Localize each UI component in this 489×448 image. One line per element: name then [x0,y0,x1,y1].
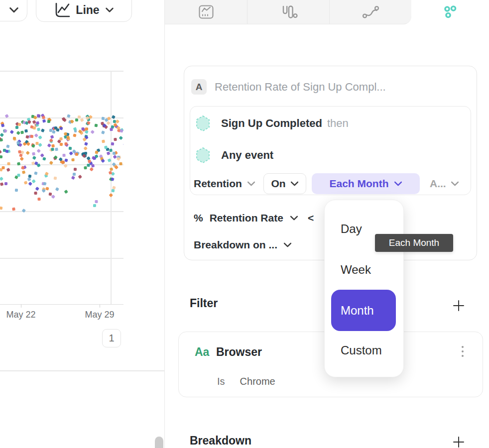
tab-bar-chart[interactable] [247,0,329,24]
breakdown-on-label: Breakdown on ... [194,239,277,251]
scrollbar-thumb[interactable] [155,437,163,448]
filter-condition-row[interactable]: Is Chrome [217,376,275,387]
event-name: Any event [221,149,273,162]
metric-trailing-text: < [308,212,314,224]
gridline [0,71,123,72]
tab-flow-squiggle[interactable] [329,0,411,24]
event-hexagon-icon [196,147,210,164]
gridline [111,71,112,305]
plus-icon [452,299,465,312]
menu-item-day[interactable]: Day [341,222,362,236]
chart-panel: Line May 22 May 29 1 [0,0,165,448]
x-axis-label: May 29 [79,310,121,320]
menu-item-custom[interactable]: Custom [341,343,382,357]
event-row-any-event[interactable]: Any event [196,147,273,164]
filter-section-header: Filter [190,297,218,310]
chevron-down-icon [9,6,19,14]
query-title[interactable]: Retention Rate of Sign Up Compl... [215,81,386,94]
add-filter-button[interactable] [452,299,465,312]
chart-type-label: Line [76,3,99,17]
filter-operator: Is [217,376,225,387]
kebab-menu-icon[interactable] [460,346,466,357]
tab-metrics-chart[interactable] [165,0,247,24]
line-chart-icon [54,2,70,18]
menu-item-week[interactable]: Week [341,263,371,277]
breakdown-section-header: Breakdown [190,434,251,448]
chart-type-tabs [165,0,411,24]
chart-type-button[interactable]: Line [36,0,132,22]
query-label-badge: A [191,79,207,95]
filter-value: Chrome [240,376,275,387]
x-axis-label: May 22 [0,310,42,320]
config-panel: A Retention Rate of Sign Up Compl... Sig… [164,0,489,448]
interval-dropdown-menu: Day Week Month Custom [324,200,404,377]
metric-label: Retention Rate [210,212,283,224]
retention-dropdown[interactable]: Retention [194,173,255,194]
menu-item-month-selected[interactable]: Month [331,290,396,331]
gridline [0,211,123,212]
property-name[interactable]: Browser [216,345,262,359]
collapsed-dropdown-button[interactable] [0,0,27,21]
event-suffix: then [327,117,349,130]
percent-icon: % [194,212,203,224]
event-row-signup[interactable]: Sign Up Completed then [196,115,349,132]
metrics-chart-icon [198,4,215,20]
interval-label: Each Month [330,178,389,190]
event-hexagon-icon [196,115,210,132]
overflow-label: A... [430,178,446,190]
scatter-dots-icon [443,5,458,19]
tab-scatter-dots-active[interactable] [411,0,489,24]
on-label: On [271,178,285,190]
breakdown-on-dropdown[interactable]: Breakdown on ... [194,237,292,252]
chevron-down-icon [105,6,114,13]
chevron-down-icon [290,215,298,222]
property-type-badge: Aa [195,345,209,359]
each-month-tooltip: Each Month [375,234,453,252]
event-name: Sign Up Completed [221,117,322,130]
chevron-down-icon [247,180,255,187]
chevron-down-icon [290,180,299,187]
overflow-dropdown[interactable]: A... [430,173,459,194]
retention-label: Retention [194,178,242,190]
interval-dropdown-trigger[interactable]: Each Month [312,173,420,194]
chevron-down-icon [283,241,292,248]
flow-squiggle-icon [362,5,379,19]
bar-chart-icon [279,5,298,19]
chevron-down-icon [451,180,459,187]
plus-icon [452,436,465,448]
horizontal-divider [0,370,165,371]
pagination-button[interactable]: 1 [102,329,121,347]
metric-dropdown[interactable]: % Retention Rate < [194,211,314,225]
axis-tick [100,305,101,308]
gridline [0,258,123,259]
retention-scatter-plot [0,30,123,305]
add-breakdown-button[interactable] [452,436,465,448]
axis-tick [21,305,22,308]
chevron-down-icon [394,180,402,187]
on-dropdown[interactable]: On [263,173,306,194]
